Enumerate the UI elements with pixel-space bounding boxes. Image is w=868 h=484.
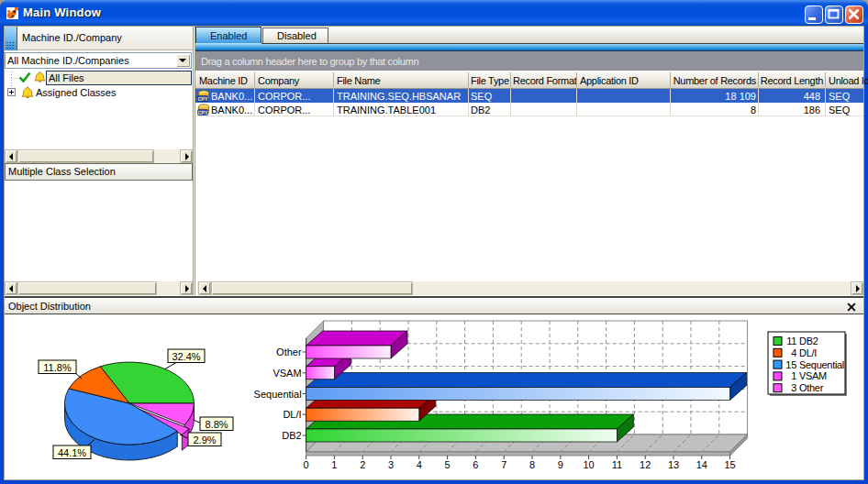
svg-text:6: 6 bbox=[473, 459, 478, 470]
svg-text:VSAM: VSAM bbox=[799, 370, 827, 381]
svg-text:0: 0 bbox=[304, 459, 309, 470]
svg-text:DB2: DB2 bbox=[799, 336, 818, 346]
svg-text:Other: Other bbox=[276, 346, 302, 358]
svg-text:1: 1 bbox=[331, 459, 337, 470]
svg-text:44.1%: 44.1% bbox=[58, 447, 86, 458]
svg-text:15: 15 bbox=[785, 359, 796, 370]
svg-text:2: 2 bbox=[360, 459, 365, 470]
svg-text:4: 4 bbox=[791, 347, 796, 358]
svg-text:Other: Other bbox=[799, 382, 824, 393]
svg-text:3: 3 bbox=[388, 459, 394, 470]
svg-text:10: 10 bbox=[583, 459, 594, 470]
svg-text:1: 1 bbox=[791, 370, 796, 381]
svg-text:2.9%: 2.9% bbox=[193, 434, 216, 446]
svg-text:VSAM: VSAM bbox=[273, 368, 301, 379]
svg-text:14: 14 bbox=[696, 459, 707, 470]
svg-text:CPY: CPY bbox=[197, 96, 207, 102]
svg-text:Sequential: Sequential bbox=[799, 359, 844, 370]
svg-text:13: 13 bbox=[668, 459, 679, 470]
svg-text:12: 12 bbox=[640, 459, 651, 470]
svg-text:9: 9 bbox=[558, 459, 563, 470]
svg-text:DL/I: DL/I bbox=[283, 409, 301, 420]
svg-text:8: 8 bbox=[529, 459, 535, 470]
svg-text:4: 4 bbox=[417, 459, 422, 470]
svg-text:8.8%: 8.8% bbox=[205, 419, 228, 430]
svg-text:7: 7 bbox=[501, 459, 506, 470]
svg-text:32.4%: 32.4% bbox=[172, 351, 200, 362]
svg-text:15: 15 bbox=[724, 459, 735, 470]
svg-text:11: 11 bbox=[786, 336, 796, 346]
svg-text:DL/I: DL/I bbox=[799, 347, 817, 358]
svg-text:3: 3 bbox=[791, 382, 796, 393]
svg-text:DB2: DB2 bbox=[282, 430, 301, 441]
svg-text:Sequential: Sequential bbox=[254, 389, 302, 400]
svg-text:11.8%: 11.8% bbox=[43, 362, 72, 373]
svg-text:5: 5 bbox=[445, 459, 451, 470]
svg-text:11: 11 bbox=[612, 459, 622, 470]
svg-text:CPY: CPY bbox=[197, 110, 207, 116]
